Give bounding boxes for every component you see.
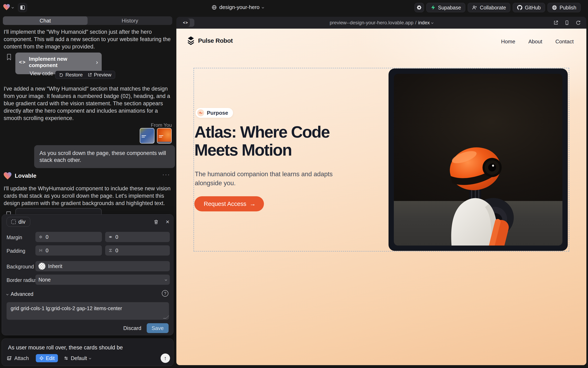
gear-icon	[417, 5, 422, 10]
resize-handle[interactable]	[163, 315, 169, 319]
mobile-view-icon[interactable]	[564, 20, 569, 25]
edit-mode-button[interactable]: Edit	[36, 354, 58, 362]
assistant-message: I'll update the WhyHumanoid component to…	[4, 185, 171, 207]
preview-button[interactable]: Preview	[87, 72, 111, 78]
hero-badge-label: Purpose	[207, 110, 228, 116]
border-radius-select[interactable]: None	[35, 275, 170, 285]
restore-button[interactable]: Restore	[59, 72, 83, 78]
send-button[interactable]: ↑	[161, 353, 170, 363]
advanced-classes-textarea[interactable]: grid grid-cols-1 lg:grid-cols-2 gap-12 i…	[7, 302, 169, 320]
lovable-logo-icon[interactable]	[3, 4, 10, 10]
pulse-robot-logo-icon	[187, 36, 195, 45]
publish-button[interactable]: Publish	[548, 3, 581, 12]
trash-icon	[153, 219, 159, 224]
attachment-thumbnail-blue[interactable]	[140, 128, 154, 144]
nav-link-contact[interactable]: Contact	[555, 38, 574, 45]
delete-element-button[interactable]	[153, 219, 159, 225]
padding-x-input[interactable]: 0	[35, 245, 102, 256]
element-box-icon	[11, 220, 16, 224]
transparency-swatch-icon	[38, 263, 45, 270]
chevron-down-icon	[6, 293, 8, 295]
margin-x-icon	[38, 235, 43, 239]
supabase-button[interactable]: Supabase	[426, 3, 465, 12]
preview-url-bar[interactable]: preview--design-your-hero.lovable.app / …	[176, 17, 586, 29]
bookmark-icon[interactable]	[6, 54, 12, 61]
crosshair-icon	[39, 356, 44, 361]
sidebar-toggle-button[interactable]	[18, 3, 27, 12]
nav-link-about[interactable]: About	[528, 38, 542, 45]
assistant-message: I'll implement the "Why Humanoid" sectio…	[4, 28, 171, 50]
attachment-thumbnails	[140, 128, 172, 144]
github-button[interactable]: GitHub	[513, 3, 545, 12]
composer-toolbar: Attach Edit Default ↑	[7, 353, 170, 363]
project-name: design-your-hero	[219, 4, 260, 10]
selected-element-tag[interactable]: div	[7, 217, 30, 227]
close-inspector-button[interactable]: ×	[164, 219, 171, 225]
inspector-actions: Discard Save	[123, 323, 169, 333]
composer-input[interactable]: As user mouse roll over, these cards sho…	[8, 344, 123, 351]
chevron-down-icon	[89, 357, 91, 359]
assistant-header: Lovable	[4, 172, 37, 180]
nav-link-home[interactable]: Home	[501, 38, 515, 45]
padding-y-input[interactable]: 0	[105, 245, 170, 256]
lovable-heart-icon	[4, 172, 11, 180]
topbar: design-your-hero Supabase Collaborate Gi…	[0, 0, 588, 15]
chevron-down-icon	[431, 21, 433, 24]
user-message-bubble: As you scroll down the page, these compo…	[34, 145, 175, 168]
collaborate-icon	[472, 5, 477, 10]
hero-image-card	[389, 68, 568, 251]
hero-badge: Purpose	[196, 108, 233, 118]
discard-button[interactable]: Discard	[123, 325, 141, 331]
tab-chat[interactable]: Chat	[3, 16, 87, 25]
advanced-section-toggle[interactable]: Advanced	[7, 291, 33, 297]
project-chevron-icon	[262, 6, 264, 8]
model-selector[interactable]: Default	[64, 355, 91, 361]
site-brand: Pulse Robot	[198, 37, 233, 44]
pulse-icon	[197, 109, 204, 116]
padding-label: Padding	[7, 248, 25, 254]
preview-url: preview--design-your-hero.lovable.app	[330, 20, 414, 26]
component-card-title: Implement new component	[29, 56, 93, 68]
publish-globe-icon	[552, 5, 557, 10]
request-access-button[interactable]: Request Access →	[194, 196, 264, 212]
project-switcher[interactable]: design-your-hero	[212, 4, 264, 10]
margin-label: Margin	[7, 234, 22, 240]
site-logo[interactable]: Pulse Robot	[187, 36, 233, 45]
chevron-down-icon	[165, 278, 167, 281]
preview-actions	[553, 20, 581, 25]
hero-subheadline: The humanoid companion that learns and a…	[195, 170, 334, 188]
supabase-icon	[431, 5, 436, 10]
globe-icon	[212, 5, 217, 10]
assistant-message: I've added a new "Why Humanoid" section …	[4, 85, 171, 122]
assistant-name: Lovable	[15, 173, 37, 179]
site-nav: Home About Contact	[501, 38, 574, 45]
attachment-thumbnail-orange[interactable]	[157, 128, 172, 144]
help-icon[interactable]: ?	[162, 290, 168, 297]
background-input[interactable]: Inherit	[35, 261, 170, 271]
site-canvas: Pulse Robot Home About Contact Purpose A…	[176, 29, 586, 365]
github-icon	[517, 5, 522, 10]
collaborate-button[interactable]: Collaborate	[468, 3, 510, 12]
chat-history-tabs: Chat History	[3, 16, 172, 25]
preview-route: index	[418, 20, 430, 26]
save-button[interactable]: Save	[147, 323, 169, 333]
lovable-app: design-your-hero Supabase Collaborate Gi…	[0, 0, 588, 368]
external-link-icon	[87, 73, 92, 77]
restore-icon	[59, 73, 64, 77]
logo-menu-chevron-icon[interactable]	[12, 7, 13, 8]
attach-image-icon	[7, 356, 12, 361]
attach-button[interactable]: Attach	[7, 355, 29, 361]
margin-y-icon	[108, 235, 113, 239]
version-actions: Restore Preview	[55, 71, 115, 79]
tab-history[interactable]: History	[87, 16, 172, 25]
padding-y-icon	[108, 248, 113, 253]
margin-x-input[interactable]: 0	[35, 232, 102, 242]
refresh-icon[interactable]	[575, 20, 581, 25]
chat-composer[interactable]: As user mouse roll over, these cards sho…	[2, 339, 173, 366]
preview-toolbar: <> preview--design-your-hero.lovable.app…	[176, 17, 586, 29]
margin-y-input[interactable]: 0	[105, 232, 170, 242]
open-in-new-tab-icon[interactable]	[553, 20, 559, 25]
element-inspector-panel: div × Margin 0 0 Padding 0 0	[2, 214, 173, 335]
settings-button[interactable]	[415, 3, 424, 12]
message-options-icon[interactable]: ···	[162, 171, 170, 178]
